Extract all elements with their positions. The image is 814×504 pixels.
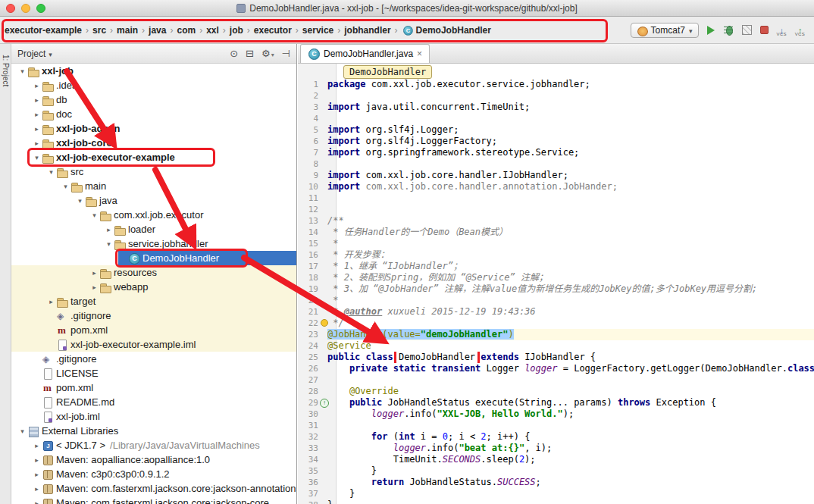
code-line-14[interactable]: 14 * 任务Handler的一个Demo（Bean模式） bbox=[298, 227, 814, 238]
tree-item-xxl-job-admin[interactable]: ▸xxl-job-admin bbox=[11, 121, 296, 136]
tree-collapsed-chevron-icon[interactable]: ▸ bbox=[32, 125, 42, 133]
vcs-update-button[interactable]: VCS bbox=[777, 23, 787, 36]
code-line-18[interactable]: 18 * 2、装配到Spring，例如加 “@Service” 注解； bbox=[298, 272, 814, 283]
breadcrumb-item-xxl[interactable]: xxl bbox=[205, 24, 221, 36]
code-line-20[interactable]: 20 * bbox=[298, 295, 814, 306]
tree-collapsed-chevron-icon[interactable]: ▸ bbox=[46, 298, 56, 305]
breadcrumb-item-main[interactable]: main bbox=[115, 24, 139, 36]
code-line-19[interactable]: 19 * 3、加 “@JobHander” 注解，注解value值为新增任务生成… bbox=[298, 283, 814, 295]
code-line-13[interactable]: 13/** bbox=[298, 215, 814, 227]
tree-item-db[interactable]: ▸db bbox=[11, 92, 296, 107]
code-line-16[interactable]: 16 * 开发步骤： bbox=[298, 249, 814, 261]
code-line-7[interactable]: 7import org.springframework.stereotype.S… bbox=[298, 147, 814, 158]
code-line-12[interactable]: 12 bbox=[298, 204, 814, 215]
tree-collapsed-chevron-icon[interactable]: ▸ bbox=[32, 471, 42, 478]
code-line-38[interactable]: 38} bbox=[298, 499, 814, 504]
code-line-29[interactable]: 29 public JobHandleStatus execute(String… bbox=[298, 397, 814, 409]
tree-collapsed-chevron-icon[interactable]: ▸ bbox=[89, 283, 99, 291]
tree-expanded-chevron-icon[interactable]: ▾ bbox=[17, 427, 27, 435]
editor-breadcrumb-chip[interactable]: DemoJobHandler bbox=[343, 65, 432, 79]
code-line-34[interactable]: 34 TimeUnit.SECONDS.sleep(2); bbox=[298, 454, 814, 465]
tree-collapsed-chevron-icon[interactable]: ▸ bbox=[32, 82, 42, 89]
code-line-31[interactable]: 31 bbox=[298, 420, 814, 431]
tree-collapsed-chevron-icon[interactable]: ▸ bbox=[32, 499, 42, 504]
code-line-32[interactable]: 32 for (int i = 0; i < 2; i++) { bbox=[298, 431, 814, 443]
project-view-dropdown[interactable]: Project bbox=[17, 49, 52, 59]
code-line-3[interactable]: 3import java.util.concurrent.TimeUnit; bbox=[298, 102, 814, 113]
scroll-to-source-icon[interactable] bbox=[230, 48, 238, 59]
tree-collapsed-chevron-icon[interactable]: ▸ bbox=[32, 442, 42, 449]
code-line-27[interactable]: 27 bbox=[298, 374, 814, 386]
code-line-8[interactable]: 8 bbox=[298, 158, 814, 170]
tree-item-pom-xml[interactable]: pom.xml bbox=[11, 323, 296, 337]
code-line-24[interactable]: 24@Service bbox=[298, 340, 814, 352]
code-line-2[interactable]: 2 bbox=[298, 90, 814, 102]
code-line-26[interactable]: 26 private static transient Logger logge… bbox=[298, 363, 814, 374]
tree-expanded-chevron-icon[interactable]: ▾ bbox=[75, 197, 85, 205]
tree-item-src[interactable]: ▾src bbox=[11, 164, 296, 179]
tree-collapsed-chevron-icon[interactable]: ▸ bbox=[32, 485, 42, 493]
tree-item-maven-com-fasterxml-jackson-core-jackson-core[interactable]: ▸Maven: com.fasterxml.jackson.core:jacks… bbox=[11, 496, 296, 504]
breadcrumb-item-src[interactable]: src bbox=[91, 24, 108, 36]
tree-item-readme-md[interactable]: README.md bbox=[11, 395, 296, 409]
tab-demojobhandler-java[interactable]: DemoJobHandler.java bbox=[300, 44, 430, 63]
tree-item-com-xxl-job-executor[interactable]: ▾com.xxl.job.executor bbox=[11, 208, 296, 222]
code-line-37[interactable]: 37 } bbox=[298, 488, 814, 499]
code-line-21[interactable]: 21 * @author xuxueli 2015-12-19 19:43:36 bbox=[298, 306, 814, 318]
code-line-17[interactable]: 17 * 1、继承 “IJobHandler”； bbox=[298, 261, 814, 272]
code-line-25[interactable]: 25public class DemoJobHandler extends IJ… bbox=[298, 352, 814, 363]
tree-expanded-chevron-icon[interactable]: ▾ bbox=[104, 240, 114, 248]
tree-expanded-chevron-icon[interactable]: ▾ bbox=[17, 67, 27, 75]
run-button[interactable] bbox=[707, 26, 715, 35]
debug-button[interactable] bbox=[723, 25, 734, 36]
breadcrumb-item-jobhandler[interactable]: jobhandler bbox=[343, 24, 392, 36]
breadcrumb-item-job[interactable]: job bbox=[228, 24, 245, 36]
tree-item-demojobhandler[interactable]: DemoJobHandler bbox=[11, 251, 296, 265]
tree-item-maven-aopalliance-aopalliance-1-0[interactable]: ▸Maven: aopalliance:aopalliance:1.0 bbox=[11, 452, 296, 467]
tree-item-webapp[interactable]: ▸webapp bbox=[11, 280, 296, 294]
bulb-gutter-icon[interactable] bbox=[321, 319, 328, 327]
tree-item-xxl-job-iml[interactable]: xxl-job.iml bbox=[11, 409, 296, 424]
tree-expanded-chevron-icon[interactable]: ▾ bbox=[32, 154, 42, 161]
tree-item-xxl-job-executor-example-iml[interactable]: xxl-job-executor-example.iml bbox=[11, 337, 296, 352]
tree-item-resources[interactable]: ▸resources bbox=[11, 265, 296, 280]
tree-expanded-chevron-icon[interactable]: ▾ bbox=[89, 211, 99, 219]
collapse-all-icon[interactable] bbox=[246, 48, 254, 59]
tree-item-gitignore[interactable]: .gitignore bbox=[11, 352, 296, 366]
code-line-4[interactable]: 4 bbox=[298, 113, 814, 124]
breadcrumb-item-com[interactable]: com bbox=[175, 24, 197, 36]
tree-item-target[interactable]: ▸target bbox=[11, 294, 296, 308]
gear-icon[interactable] bbox=[261, 48, 274, 59]
tree-item-jdk1-7[interactable]: ▸< JDK1.7 >/Library/Java/JavaVirtualMach… bbox=[11, 438, 296, 452]
tree-item-service-jobhandler[interactable]: ▾service.jobhandler bbox=[11, 236, 296, 251]
stop-button[interactable] bbox=[760, 26, 769, 34]
tree-item-main[interactable]: ▾main bbox=[11, 179, 296, 193]
code-line-33[interactable]: 33 logger.info("beat at:{}", i); bbox=[298, 443, 814, 454]
code-line-6[interactable]: 6import org.slf4j.LoggerFactory; bbox=[298, 136, 814, 147]
run-configuration-select[interactable]: Tomcat7 bbox=[631, 23, 699, 38]
override-gutter-icon[interactable] bbox=[320, 399, 329, 408]
tree-item-idea[interactable]: ▸.idea bbox=[11, 78, 296, 92]
hide-panel-icon[interactable] bbox=[282, 48, 290, 59]
coverage-button[interactable] bbox=[742, 25, 752, 35]
breadcrumb-item-demojobhandler[interactable]: DemoJobHandler bbox=[400, 23, 493, 37]
tree-expanded-chevron-icon[interactable]: ▾ bbox=[46, 168, 56, 176]
tree-item-loader[interactable]: ▸loader bbox=[11, 222, 296, 236]
tree-item-java[interactable]: ▾java bbox=[11, 193, 296, 208]
tree-item-xxl-job[interactable]: ▾xxl-job bbox=[11, 64, 296, 78]
tree-item-pom-xml[interactable]: pom.xml bbox=[11, 380, 296, 395]
tree-item-maven-c3p0-c3p0-0-9-1-2[interactable]: ▸Maven: c3p0:c3p0:0.9.1.2 bbox=[11, 467, 296, 481]
code-line-22[interactable]: 22 */ bbox=[298, 318, 814, 329]
breadcrumb-item-executor[interactable]: executor bbox=[252, 24, 293, 36]
tree-item-gitignore[interactable]: .gitignore bbox=[11, 308, 296, 323]
code-line-15[interactable]: 15 * bbox=[298, 238, 814, 249]
code-line-1[interactable]: 1package com.xxl.job.executor.service.jo… bbox=[298, 79, 814, 90]
breadcrumb-item-executor-example[interactable]: executor-example bbox=[3, 24, 83, 36]
code-line-23[interactable]: 23@JobHander(value="demoJobHandler") bbox=[298, 329, 814, 340]
project-tool-window-button[interactable]: 1: Project bbox=[2, 55, 10, 86]
code-line-28[interactable]: 28 @Override bbox=[298, 386, 814, 397]
tree-item-xxl-job-executor-example[interactable]: ▾xxl-job-executor-example bbox=[11, 150, 296, 164]
tree-item-doc[interactable]: ▸doc bbox=[11, 107, 296, 121]
code-line-11[interactable]: 11 bbox=[298, 193, 814, 204]
tree-collapsed-chevron-icon[interactable]: ▸ bbox=[32, 456, 42, 464]
